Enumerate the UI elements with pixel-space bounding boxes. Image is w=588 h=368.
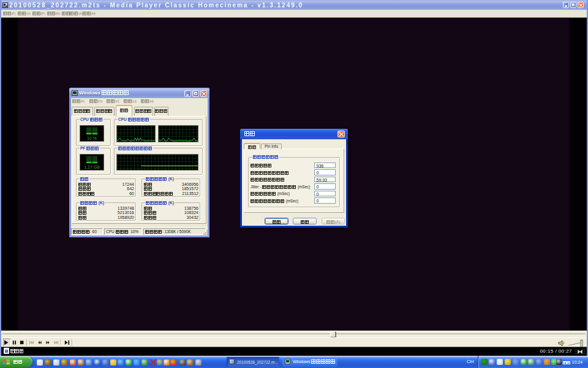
svg-text:10 %: 10 % <box>87 136 97 140</box>
svg-text:1.27 GB: 1.27 GB <box>84 165 100 169</box>
